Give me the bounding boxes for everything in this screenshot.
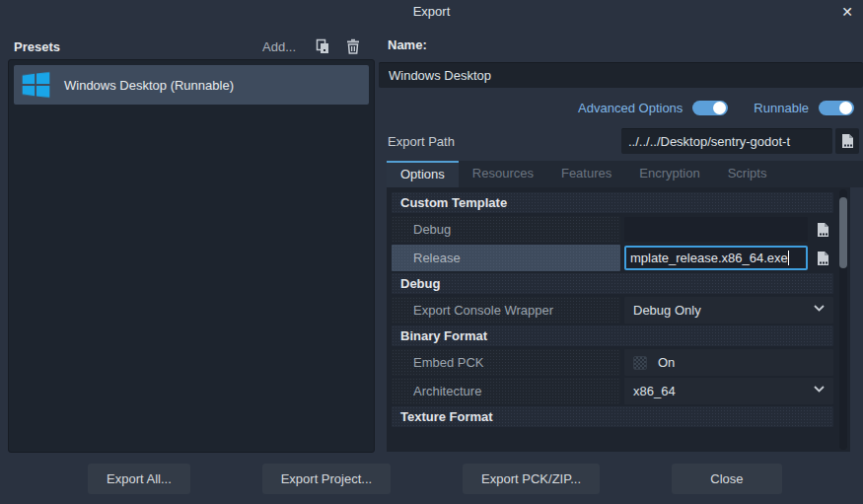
options-scrollbar bbox=[839, 189, 847, 450]
export-pck-zip-button[interactable]: Export PCK/ZIP... bbox=[463, 464, 600, 494]
console-wrapper-label: Export Console Wrapper bbox=[392, 297, 620, 324]
tab-resources[interactable]: Resources bbox=[459, 161, 547, 187]
file-icon bbox=[816, 222, 830, 238]
file-icon bbox=[840, 133, 855, 149]
embed-pck-label: Embed PCK bbox=[392, 349, 620, 376]
duplicate-preset-icon[interactable] bbox=[314, 37, 331, 55]
export-project-button[interactable]: Export Project... bbox=[262, 464, 391, 494]
scrollbar-thumb[interactable] bbox=[839, 197, 847, 268]
toggles-row: Advanced Options Runnable bbox=[379, 98, 854, 117]
property-row-custom-template-debug: Debug bbox=[392, 216, 833, 243]
property-row-architecture: Architecture x86_64 bbox=[392, 378, 833, 404]
options-panel: Custom Template Debug bbox=[387, 187, 850, 452]
preset-list: Windows Desktop (Runnable) bbox=[8, 59, 375, 453]
section-texture-format: Texture Format bbox=[392, 406, 833, 427]
section-binary-format: Binary Format bbox=[392, 325, 833, 346]
debug-template-browse-button[interactable] bbox=[808, 216, 837, 243]
close-icon[interactable]: ✕ bbox=[838, 3, 856, 21]
architecture-label: Architecture bbox=[392, 378, 620, 404]
architecture-dropdown[interactable]: x86_64 bbox=[624, 378, 833, 404]
add-preset-button[interactable]: Add... bbox=[262, 39, 296, 54]
export-dialog: Export ✕ Presets Add... bbox=[0, 0, 863, 504]
presets-header: Presets Add... bbox=[8, 36, 375, 57]
tab-options[interactable]: Options bbox=[387, 161, 459, 187]
section-debug: Debug bbox=[392, 273, 833, 294]
advanced-options-toggle[interactable] bbox=[692, 101, 728, 115]
release-template-browse-button[interactable] bbox=[808, 245, 837, 271]
tab-features[interactable]: Features bbox=[547, 161, 625, 187]
embed-pck-checkbox[interactable] bbox=[633, 356, 647, 370]
property-row-custom-template-release: Release mplate_release.x86_64.exe bbox=[392, 245, 833, 271]
property-row-embed-pck: Embed PCK On bbox=[392, 349, 833, 376]
section-custom-template: Custom Template bbox=[392, 192, 833, 213]
export-path-label: Export Path bbox=[388, 134, 455, 149]
export-path-browse-button[interactable] bbox=[835, 128, 859, 154]
name-label: Name: bbox=[388, 37, 427, 52]
chevron-down-icon bbox=[814, 305, 825, 312]
release-template-label: Release bbox=[392, 245, 620, 271]
runnable-toggle[interactable] bbox=[819, 101, 854, 115]
file-icon bbox=[816, 251, 830, 266]
runnable-label: Runnable bbox=[754, 101, 809, 115]
tab-scripts[interactable]: Scripts bbox=[714, 161, 781, 187]
windows-logo-icon bbox=[22, 70, 51, 99]
presets-title: Presets bbox=[14, 39, 60, 54]
export-path-input[interactable] bbox=[621, 128, 832, 154]
property-row-console-wrapper: Export Console Wrapper Debug Only bbox=[392, 297, 833, 324]
debug-template-input[interactable] bbox=[624, 217, 808, 242]
export-tabs: Options Resources Features Encryption Sc… bbox=[387, 161, 863, 187]
console-wrapper-dropdown[interactable]: Debug Only bbox=[624, 297, 833, 324]
preset-item-windows-desktop[interactable]: Windows Desktop (Runnable) bbox=[14, 65, 369, 105]
chevron-down-icon bbox=[814, 386, 825, 393]
text-caret bbox=[788, 251, 789, 265]
footer-buttons: Export All... Export Project... Export P… bbox=[0, 464, 863, 494]
embed-pck-state: On bbox=[658, 355, 675, 370]
tab-encryption[interactable]: Encryption bbox=[625, 161, 713, 187]
export-all-button[interactable]: Export All... bbox=[88, 464, 190, 494]
delete-preset-icon[interactable] bbox=[344, 37, 362, 55]
name-input[interactable] bbox=[379, 62, 863, 88]
release-template-input[interactable]: mplate_release.x86_64.exe bbox=[624, 246, 808, 270]
close-button[interactable]: Close bbox=[672, 464, 782, 494]
dialog-title: Export bbox=[0, 4, 863, 19]
preset-item-label: Windows Desktop (Runnable) bbox=[64, 78, 234, 93]
debug-template-label: Debug bbox=[392, 216, 620, 243]
advanced-options-label: Advanced Options bbox=[578, 101, 683, 115]
